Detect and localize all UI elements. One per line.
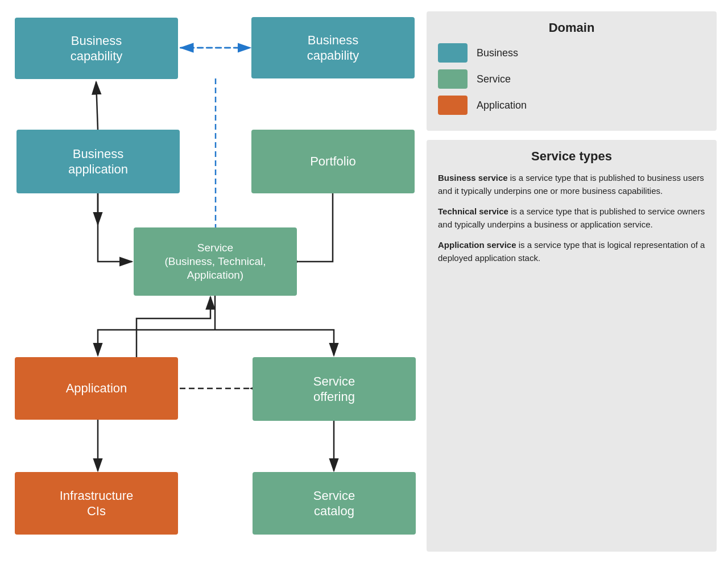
legend-swatch (438, 96, 468, 115)
legend-label: Application (477, 100, 527, 111)
service-type-entry: Application service is a service type th… (438, 239, 705, 264)
service-types-box: Service types Business service is a serv… (427, 140, 717, 552)
service-type-entry: Business service is a service type that … (438, 172, 705, 197)
node-app: Application (15, 357, 178, 420)
right-panel: Domain Business Service Application Serv… (421, 0, 728, 563)
node-infra: InfrastructureCIs (15, 472, 178, 535)
node-port: Portfolio (251, 130, 415, 193)
legend-item-service: Service (438, 69, 705, 89)
legend-label: Service (477, 73, 511, 85)
svg-line-5 (96, 82, 98, 130)
service-type-entry: Technical service is a service type that… (438, 205, 705, 231)
legend-item-business: Business (438, 43, 705, 63)
diagram-panel: BusinesscapabilityBusinesscapabilityBusi… (0, 0, 421, 563)
service-types-title: Service types (438, 149, 705, 164)
node-bc1: Businesscapability (15, 18, 178, 79)
legend-item-application: Application (438, 96, 705, 115)
legend-swatch (438, 43, 468, 63)
node-svc: Service(Business, Technical,Application) (134, 227, 297, 296)
legend-swatch (438, 69, 468, 89)
domain-title: Domain (438, 20, 705, 35)
legend-label: Business (477, 47, 518, 59)
node-ba: Businessapplication (16, 130, 180, 193)
node-sc: Servicecatalog (253, 472, 416, 535)
node-so: Serviceoffering (253, 357, 416, 421)
domain-legend-box: Domain Business Service Application (427, 11, 717, 131)
node-bc2: Businesscapability (251, 17, 415, 78)
